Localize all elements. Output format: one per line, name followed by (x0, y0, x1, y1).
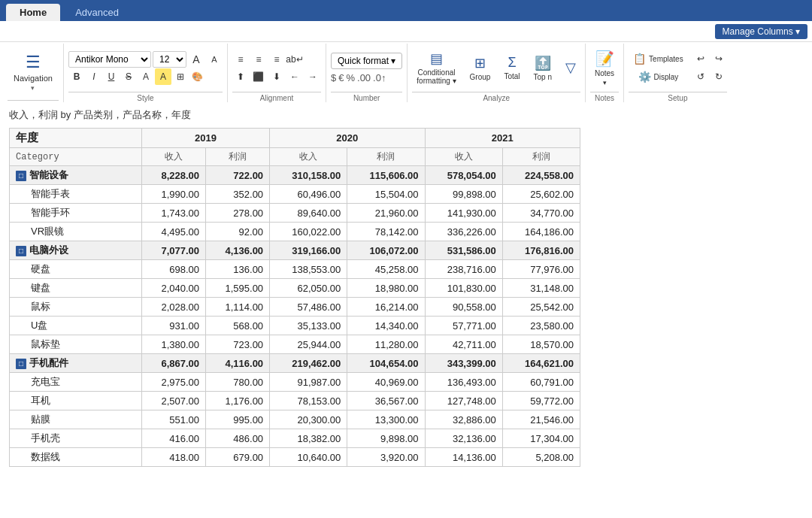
group-name: □手机配件 (10, 354, 142, 373)
table-row: 硬盘698.00136.00138,553.0045,258.00238,716… (10, 260, 580, 279)
col-2021-profit: 利润 (502, 148, 580, 166)
cell-value: 25,944.00 (270, 335, 347, 354)
ribbon-group-number: Quick format ▾ $ € % .00 .0↑ Number (326, 44, 408, 102)
year-header-row: 年度 2019 2020 2021 (10, 129, 580, 148)
italic-button[interactable]: I (86, 68, 102, 85)
tab-advanced[interactable]: Advanced (62, 4, 132, 21)
group-value: 164,621.00 (502, 354, 580, 373)
indent-decrease-button[interactable]: ← (286, 68, 303, 85)
bold-button[interactable]: B (68, 68, 85, 85)
cell-value: 352.00 (206, 185, 270, 204)
collapse-icon[interactable]: □ (16, 359, 26, 369)
navigation-label: Navigation (14, 74, 53, 83)
align-right-button[interactable]: ≡ (268, 51, 285, 68)
manage-columns-button[interactable]: Manage Columns ▾ (715, 24, 807, 39)
conditional-formatting-button[interactable]: ▤ Conditionalformatting ▾ (412, 48, 460, 87)
underline-button[interactable]: U (103, 68, 120, 85)
group-row: □电脑外设7,077.004,136.00319,166.00106,072.0… (10, 241, 580, 260)
table-row: 充电宝2,975.00780.0091,987.0040,969.00136,4… (10, 373, 580, 392)
navigation-section-label (8, 100, 59, 102)
cell-value: 127,748.00 (425, 392, 502, 410)
conditional-formatting-icon: ▤ (430, 50, 443, 67)
tab-home[interactable]: Home (6, 4, 60, 21)
cell-value: 21,546.00 (502, 410, 580, 429)
percent-symbol: % (346, 72, 355, 83)
row-name: 数据线 (10, 448, 142, 467)
cell-value: 238,716.00 (425, 260, 502, 279)
borders-button[interactable]: ⊞ (172, 68, 189, 85)
ribbon-group-notes: 📝 Notes ▾ Notes (586, 44, 624, 102)
font-size-increase-button[interactable]: A (188, 51, 205, 68)
group-row: □手机配件6,867.004,116.00219,462.00104,654.0… (10, 354, 580, 373)
group-value: 224,558.00 (502, 166, 580, 185)
cell-value: 32,886.00 (425, 410, 502, 429)
font-color-button[interactable]: A (138, 68, 154, 85)
wrap-text-button[interactable]: ab↵ (286, 51, 303, 68)
navigation-button[interactable]: ☰ Navigation ▾ (8, 50, 59, 95)
undo-button[interactable]: ↩ (692, 50, 709, 67)
group-value: 176,816.00 (502, 241, 580, 260)
filter-button[interactable]: ▽ (561, 57, 580, 78)
row-name: 智能手表 (10, 185, 142, 204)
top-n-button[interactable]: 🔝 Top n (529, 53, 556, 83)
highlight-button[interactable]: A (155, 68, 171, 85)
notes-label: Notes (595, 69, 614, 77)
redo-button[interactable]: ↪ (710, 50, 727, 67)
cell-value: 336,226.00 (425, 223, 502, 241)
cell-value: 141,930.00 (425, 204, 502, 223)
decimal-decrease[interactable]: .0↑ (373, 72, 386, 83)
align-bottom-button[interactable]: ⬇ (268, 68, 285, 85)
top-n-icon: 🔝 (535, 55, 551, 71)
cell-value: 679.00 (206, 448, 270, 467)
align-left-button[interactable]: ≡ (232, 51, 249, 68)
group-value: 343,399.00 (425, 354, 502, 373)
cell-value: 9,898.00 (347, 429, 425, 448)
repeat-button[interactable]: ↻ (710, 68, 727, 85)
notes-chevron: ▾ (603, 79, 607, 86)
table-body: □智能设备8,228.00722.00310,158.00115,606.005… (10, 166, 580, 467)
templates-button[interactable]: 📋 Templates (629, 50, 688, 67)
font-size-decrease-button[interactable]: A (206, 51, 223, 68)
collapse-icon[interactable]: □ (16, 171, 26, 181)
group-value: 722.00 (206, 166, 270, 185)
templates-label: Templates (649, 55, 683, 63)
cell-value: 77,976.00 (502, 260, 580, 279)
cell-value: 3,920.00 (347, 448, 425, 467)
total-button[interactable]: Σ Total (499, 53, 524, 83)
display-button[interactable]: ⚙️ Display (629, 68, 688, 85)
breadcrumb: 收入，利润 by 产品类别，产品名称，年度 (0, 102, 812, 125)
notes-button[interactable]: 📝 Notes ▾ (590, 47, 619, 89)
cell-value: 34,770.00 (502, 204, 580, 223)
decimal-increase[interactable]: .00 (357, 72, 371, 83)
group-button[interactable]: ⊞ Group (465, 53, 495, 83)
cell-value: 89,640.00 (270, 204, 347, 223)
background-color-button[interactable]: 🎨 (189, 68, 206, 85)
collapse-icon[interactable]: □ (16, 246, 26, 256)
ribbon-group-setup: 📋 Templates ⚙️ Display ↩ ↪ ↺ ↻ Setup (624, 44, 732, 102)
group-value: 8,228.00 (142, 166, 206, 185)
cell-value: 40,969.00 (347, 373, 425, 392)
strikethrough-button[interactable]: S (120, 68, 137, 85)
quick-format-button[interactable]: Quick format ▾ (331, 53, 402, 69)
refresh-button[interactable]: ↺ (692, 68, 709, 85)
font-size-select[interactable]: 12 (153, 51, 186, 68)
cell-value: 13,300.00 (347, 410, 425, 429)
row-name: 智能手环 (10, 204, 142, 223)
cell-value: 995.00 (206, 410, 270, 429)
analyze-section-label: Analyze (412, 92, 580, 102)
group-row: □智能设备8,228.00722.00310,158.00115,606.005… (10, 166, 580, 185)
row-name: 贴膜 (10, 410, 142, 429)
ribbon-group-navigation: ☰ Navigation ▾ (3, 44, 64, 102)
cell-value: 57,486.00 (270, 298, 347, 317)
font-select[interactable]: Antikor Mono (68, 51, 151, 68)
cell-value: 18,570.00 (502, 335, 580, 354)
align-center-button[interactable]: ≡ (250, 51, 267, 68)
indent-increase-button[interactable]: → (304, 68, 321, 85)
notes-icon: 📝 (595, 50, 614, 68)
cell-value: 18,980.00 (347, 279, 425, 298)
align-top-button[interactable]: ⬆ (232, 68, 249, 85)
align-middle-button[interactable]: ⬛ (250, 68, 267, 85)
cell-value: 18,382.00 (270, 429, 347, 448)
cell-value: 698.00 (142, 260, 206, 279)
tab-bar: Home Advanced (0, 0, 812, 21)
